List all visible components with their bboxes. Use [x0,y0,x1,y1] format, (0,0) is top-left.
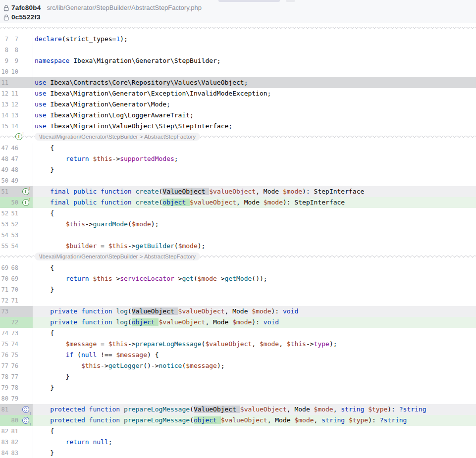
code-token: ()-> [143,362,159,369]
code-token: $valueObject [205,340,252,348]
implements-interface-icon[interactable]: I↑ [22,188,29,195]
code-content[interactable]: if (null !== $message) { [33,350,476,360]
code-content[interactable]: private function log(object $valueObject… [33,317,476,328]
code-line: 99namespace Ibexa\Migration\Generator\St… [0,55,476,66]
line-number-gutter: 6968 [0,262,33,273]
code-content[interactable]: use Ibexa\Migration\Log\LoggerAwareTrait… [33,110,476,121]
line-number-old: 48 [0,153,8,164]
code-content[interactable]: $builder = $this->getBuilder($mode); [33,241,476,252]
implements-interface-icon[interactable]: I↑ [15,133,22,140]
code-content[interactable]: namespace Ibexa\Migration\Generator\Step… [33,55,476,66]
code-content[interactable]: { [33,426,476,437]
code-token: $message [116,351,147,358]
code-token: , [256,188,264,195]
line-number-new: 49 [10,175,18,186]
code-content[interactable]: protected function prepareLogMessage(Val… [33,404,476,415]
code-token: $message [186,362,217,369]
line-number-gutter: 1514 [0,121,33,132]
line-number-old: 9 [0,55,8,66]
code-token [35,188,50,195]
code-line: 5251 { [0,208,476,219]
code-content[interactable] [33,230,476,241]
code-content[interactable]: use Ibexa\Migration\ValueObject\Step\Ste… [33,121,476,132]
code-content[interactable]: { [33,208,476,219]
code-content[interactable] [33,295,476,306]
code-token: $mode [252,307,271,315]
code-content[interactable]: } [33,382,476,393]
code-token: } [35,166,54,173]
line-number-new: 13 [10,110,18,121]
code-token [35,155,66,162]
code-token: ( [128,307,132,315]
collapsed-region-separator[interactable]: \Ibexa\Migration\Generator\StepBuilder >… [0,252,476,262]
code-content[interactable]: protected function prepareLogMessage(obj… [33,415,476,426]
code-token: Mode [213,318,232,326]
code-token: -> [85,220,93,228]
line-number-new: 83 [10,448,18,458]
code-token: $mode [314,406,333,413]
code-content[interactable]: $message = $this->prepareLogMessage($val… [33,339,476,350]
code-content[interactable]: { [33,262,476,273]
code-line: 8079 [0,393,476,404]
code-token: ); [151,220,159,228]
line-number-old: 72 [0,295,8,306]
code-content[interactable]: final public function create(object $val… [33,197,476,208]
code-content[interactable]: } [33,284,476,295]
line-number-gutter: 4847 [0,153,33,164]
code-token: guardMode [93,220,127,228]
code-content[interactable]: use Ibexa\Migration\Generator\Mode; [33,99,476,110]
line-number-old: 10 [0,66,8,77]
code-content[interactable]: private function log(ValueObject $valueO… [33,306,476,317]
code-content[interactable] [33,175,476,186]
code-line: 8483 } [0,448,476,458]
code-token: ): [302,188,314,195]
line-number-gutter: 5049 [0,175,33,186]
code-content[interactable]: { [33,328,476,339]
code-line: 4746 { [0,143,476,153]
top-edge-artifact [218,0,280,2]
collapsed-region-separator[interactable] [0,23,476,34]
code-content[interactable]: return null; [33,437,476,448]
code-content[interactable]: declare(strict_types=1); [33,34,476,45]
code-content[interactable]: return $this->serviceLocator->get($mode-… [33,273,476,284]
breadcrumb-label[interactable]: \Ibexa\Migration\Generator\StepBuilder >… [35,133,200,141]
implements-letter: I [16,134,22,139]
code-content[interactable] [33,66,476,77]
code-content[interactable]: $this->getLogger()->notice($message); [33,360,476,371]
code-line: 4948 } [0,164,476,175]
breadcrumb-label[interactable]: \Ibexa\Migration\Generator\StepBuilder >… [35,253,200,260]
code-content[interactable]: { [33,143,476,153]
diff-line-removed: 51I↑ final public function create(ValueO… [0,186,476,197]
code-content[interactable]: } [33,371,476,382]
code-token: , [225,307,233,315]
collapsed-region-separator[interactable]: I↑\Ibexa\Migration\Generator\StepBuilder… [0,132,476,143]
file-path: src/lib/Generator/StepBuilder/AbstractSt… [47,4,202,11]
code-token: StepInterface [294,199,345,206]
method-overridden-icon[interactable]: ↓ [22,406,29,413]
code-content[interactable]: } [33,448,476,458]
code-content[interactable] [33,393,476,404]
line-number-gutter: 88 [0,45,33,55]
code-token: , [287,406,295,413]
code-content[interactable]: use Ibexa\Contracts\Core\Repository\Valu… [33,77,476,88]
code-token: $mode [294,416,314,424]
implements-interface-icon[interactable]: I↑ [22,199,29,206]
code-token [35,438,66,446]
code-token: use [35,90,46,97]
code-token: $this [287,340,306,348]
line-number-old: 11 [0,77,8,88]
code-content[interactable]: return $this->supportedModes; [33,153,476,164]
line-number-new: 73 [10,328,18,339]
code-token: -> [306,340,314,348]
code-content[interactable]: $this->guardMode($mode); [33,219,476,230]
code-content[interactable]: final public function create(ValueObject… [33,186,476,197]
code-content[interactable] [33,45,476,55]
method-overridden-icon[interactable]: ↓ [22,417,29,424]
line-number-new: 71 [10,295,18,306]
code-content[interactable]: } [33,164,476,175]
line-number-old: 52 [0,208,8,219]
code-token: Mode [264,188,283,195]
code-token: ( [128,318,132,326]
code-content[interactable]: use Ibexa\Migration\Generator\Exception\… [33,88,476,99]
down-arrow-icon: ↓ [29,421,32,426]
